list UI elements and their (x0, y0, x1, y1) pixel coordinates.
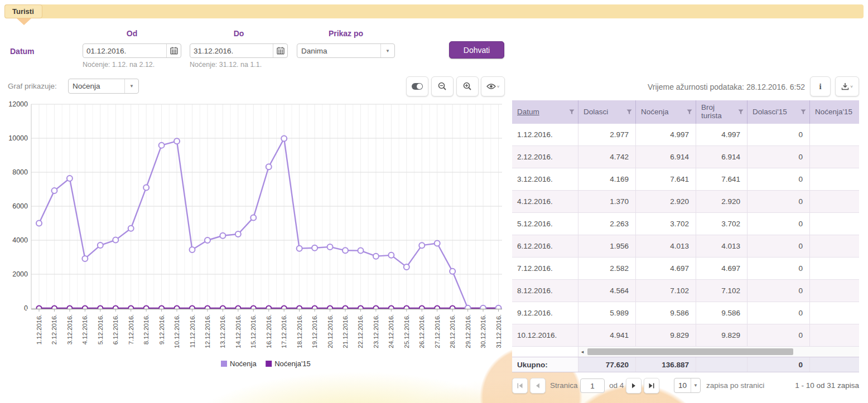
table-row[interactable]: 8.12.2016.4.5647.1027.1020 (512, 280, 859, 302)
table-row[interactable]: 1.12.2016.2.9774.9974.9970 (512, 124, 859, 146)
legend-label-0[interactable]: Noćenja (230, 360, 257, 368)
page-size-select[interactable]: 10 ▼ (674, 378, 701, 393)
page-number-input[interactable] (580, 378, 605, 393)
filter-icon[interactable] (626, 109, 632, 115)
column-header-3[interactable]: Broj turista (696, 100, 748, 124)
data-point[interactable] (143, 184, 149, 190)
legend-swatch-1[interactable] (266, 361, 272, 367)
data-point[interactable] (220, 233, 225, 239)
totals-cell: 136.887 (636, 357, 696, 372)
horizontal-scrollbar[interactable]: ◂ ▸ (578, 347, 859, 357)
filter-icon[interactable] (569, 109, 575, 115)
data-point[interactable] (190, 247, 195, 253)
data-point[interactable] (174, 138, 180, 144)
y-axis-tick-label: 4000 (12, 236, 28, 244)
table-cell: 3.12.2016. (512, 168, 578, 191)
table-row[interactable]: 2.12.2016.4.7426.9146.9140 (512, 146, 859, 168)
filter-icon[interactable] (687, 109, 692, 115)
data-point[interactable] (450, 269, 455, 274)
chart-svg[interactable]: 0200040006000800010000120001.12.2016.2.1… (4, 100, 505, 373)
table-cell: 9.586 (696, 302, 748, 324)
table-cell (810, 213, 859, 235)
legend-label-1[interactable]: Noćenja'15 (274, 360, 311, 368)
data-point[interactable] (266, 164, 272, 169)
filter-icon[interactable] (801, 109, 806, 115)
scrollbar-thumb[interactable] (587, 348, 793, 355)
column-header-5[interactable]: Noćenja'15 (810, 100, 859, 124)
data-point[interactable] (82, 256, 88, 261)
filter-icon[interactable] (738, 109, 744, 115)
data-point[interactable] (250, 215, 256, 220)
table-cell: 1.12.2016. (512, 124, 578, 146)
data-point[interactable] (435, 240, 440, 246)
data-point[interactable] (235, 231, 241, 237)
pagination-last-button[interactable] (644, 378, 659, 394)
zoom-in-button[interactable] (456, 76, 479, 96)
chart-toggle-button[interactable] (406, 76, 428, 96)
data-point[interactable] (51, 188, 57, 193)
date-to-calendar-button[interactable] (273, 44, 287, 57)
column-header-1[interactable]: Dolasci (578, 100, 636, 124)
data-point[interactable] (312, 245, 317, 251)
dohvati-button[interactable]: Dohvati (449, 41, 504, 59)
table-cell: 4.013 (696, 235, 748, 258)
x-axis-tick-label: 20.12.2016. (327, 314, 334, 348)
data-point[interactable] (373, 254, 379, 259)
data-point[interactable] (281, 136, 287, 142)
info-button[interactable]: i (810, 76, 831, 96)
x-axis-tick-label: 16.12.2016. (266, 314, 272, 348)
data-point[interactable] (98, 242, 103, 248)
scroll-left-arrow-icon[interactable]: ◂ (578, 349, 586, 355)
column-header-4[interactable]: Dolasci'15 (748, 100, 810, 124)
download-button[interactable]: ˅ (835, 76, 859, 96)
data-point[interactable] (419, 242, 425, 248)
data-point[interactable] (128, 226, 134, 231)
data-point[interactable] (36, 221, 42, 226)
column-header-label[interactable]: Dolasci (584, 108, 608, 116)
table-row[interactable]: 6.12.2016.1.9564.0134.0130 (512, 235, 859, 258)
data-point[interactable] (159, 143, 165, 148)
column-header-2[interactable]: Noćenja (636, 100, 696, 124)
column-header-label[interactable]: Noćenja (641, 108, 669, 116)
tab-turisti[interactable]: Turisti (4, 4, 42, 18)
column-header-label[interactable]: Noćenja'15 (815, 108, 852, 116)
chevron-down-icon: ▼ (381, 48, 394, 54)
scrollbar-track[interactable] (586, 348, 859, 356)
prikaz-po-select[interactable]: Danima ▼ (297, 43, 395, 58)
data-point[interactable] (67, 176, 73, 181)
table-cell: 4.564 (578, 280, 636, 302)
table-cell: 7.12.2016. (512, 258, 578, 280)
table-row[interactable]: 10.12.2016.4.9419.8299.8290 (512, 324, 859, 347)
column-header-label[interactable]: Broj turista (701, 104, 736, 120)
data-point[interactable] (327, 244, 333, 250)
column-header-label[interactable]: Dolasci'15 (753, 108, 787, 116)
data-updated-text: Vrijeme ažurnosti podataka: 28.12.2016. … (614, 82, 805, 91)
table-row[interactable]: 4.12.2016.1.3702.9202.9200 (512, 191, 859, 213)
zoom-out-button[interactable] (431, 76, 454, 96)
date-from-input[interactable] (83, 47, 166, 55)
table-row[interactable]: 7.12.2016.2.5824.6974.6970 (512, 258, 859, 280)
table-row[interactable]: 9.12.2016.5.9899.5869.5860 (512, 302, 859, 324)
data-point[interactable] (358, 248, 363, 254)
table-row[interactable]: 3.12.2016.4.1697.6417.6410 (512, 168, 859, 191)
y-axis-tick-label: 8000 (12, 168, 28, 176)
table-row[interactable]: 5.12.2016.2.2633.7023.7020 (512, 213, 859, 235)
data-point[interactable] (404, 264, 409, 270)
data-point[interactable] (113, 237, 118, 243)
date-to-input[interactable] (190, 47, 273, 55)
data-point[interactable] (297, 246, 302, 251)
graf-prikazuje-select[interactable]: Noćenja ▼ (68, 79, 139, 94)
data-point[interactable] (343, 247, 348, 253)
date-from-calendar-button[interactable] (166, 44, 181, 57)
pagination-prev-button[interactable] (530, 378, 546, 394)
totals-cell: 0 (748, 357, 810, 372)
legend-swatch-0[interactable] (221, 361, 227, 367)
data-point[interactable] (205, 237, 210, 243)
column-header-0[interactable]: Datum (512, 100, 578, 124)
pagination-first-button[interactable] (512, 378, 528, 394)
pagination-next-button[interactable] (626, 378, 642, 394)
table-cell (810, 302, 859, 324)
data-point[interactable] (388, 253, 394, 258)
series-visibility-button[interactable]: ˅ (481, 76, 505, 96)
column-header-label[interactable]: Datum (517, 108, 539, 116)
